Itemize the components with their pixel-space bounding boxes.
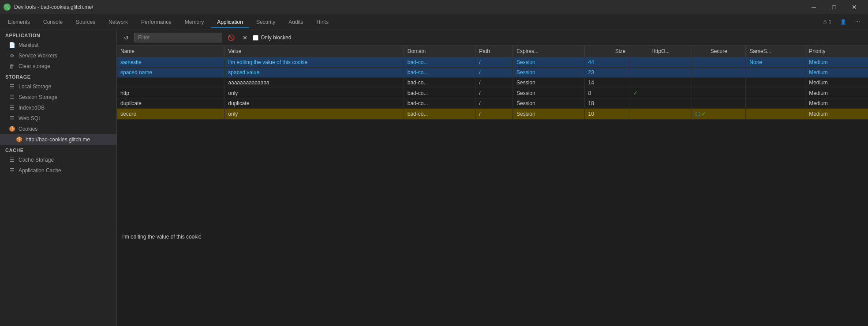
- session-storage-icon: ☰: [9, 94, 15, 100]
- tab-console[interactable]: Console: [37, 16, 69, 28]
- col-header-priority[interactable]: Priority: [805, 45, 868, 57]
- cell-secure: [692, 99, 746, 109]
- cell-secure: [692, 88, 746, 99]
- sidebar-item-cookies-label: Cookies: [19, 126, 37, 132]
- table-row[interactable]: aaaaaaaaaaaaaabad-co.../Session14Medium: [117, 78, 868, 88]
- sidebar-item-cookies[interactable]: 🍪 Cookies: [0, 124, 116, 134]
- maximize-button[interactable]: □: [824, 0, 844, 14]
- col-header-path[interactable]: Path: [475, 45, 513, 57]
- only-blocked-checkbox[interactable]: [253, 35, 258, 41]
- sidebar-item-web-sql[interactable]: ☰ Web SQL: [0, 113, 116, 124]
- sidebar: Application 📄 Manifest ⚙ Service Workers…: [0, 30, 117, 326]
- cell-samesite: None: [746, 57, 805, 68]
- titlebar-title: DevTools - bad-cookies.glitch.me/: [14, 4, 93, 10]
- toolbar: ↺ 🚫 ✕ Only blocked: [117, 30, 868, 45]
- only-blocked-checkbox-label[interactable]: Only blocked: [253, 34, 291, 41]
- more-options-icon[interactable]: ⋯: [853, 18, 863, 26]
- tab-application[interactable]: Application: [211, 16, 249, 28]
- col-header-httponly[interactable]: HttpO...: [629, 45, 692, 57]
- cell-value: spaced value: [224, 68, 404, 78]
- local-storage-icon: ☰: [9, 83, 15, 90]
- content-area: ↺ 🚫 ✕ Only blocked Name Value Domain Pat…: [117, 30, 868, 326]
- sidebar-item-application-cache[interactable]: ☰ Application Cache: [0, 165, 116, 176]
- col-header-expires[interactable]: Expires...: [513, 45, 585, 57]
- clear-button[interactable]: 🚫: [225, 33, 237, 42]
- table-row[interactable]: secureonlybad-co.../Session10ⓘ✓Medium: [117, 109, 868, 120]
- checkmark-icon: ✓: [701, 110, 706, 117]
- cookies-table-container: Name Value Domain Path Expires... Size H…: [117, 45, 868, 229]
- titlebar: 🔧 DevTools - bad-cookies.glitch.me/ ─ □ …: [0, 0, 868, 14]
- tab-memory[interactable]: Memory: [179, 16, 210, 28]
- col-header-samesite[interactable]: SameS...: [746, 45, 805, 57]
- cell-domain: bad-co...: [404, 99, 475, 109]
- cell-priority: Medium: [805, 78, 868, 88]
- filter-input[interactable]: [134, 33, 222, 42]
- sidebar-item-indexeddb-label: IndexedDB: [19, 105, 45, 111]
- close-button[interactable]: ✕: [844, 0, 864, 14]
- info-icon: ⓘ: [696, 111, 700, 117]
- minimize-button[interactable]: ─: [804, 0, 824, 14]
- profile-icon[interactable]: 👤: [838, 18, 849, 26]
- cell-expires: Session: [513, 109, 585, 120]
- tab-elements[interactable]: Elements: [2, 16, 36, 28]
- cell-domain: bad-co...: [404, 109, 475, 120]
- cell-domain: bad-co...: [404, 78, 475, 88]
- cell-path: /: [475, 99, 513, 109]
- cookies-icon: 🍪: [9, 126, 15, 132]
- table-row[interactable]: httponlybad-co.../Session8✓Medium: [117, 88, 868, 99]
- service-workers-icon: ⚙: [9, 53, 15, 59]
- cell-path: /: [475, 57, 513, 68]
- cell-size: 8: [584, 88, 629, 99]
- tab-network[interactable]: Network: [102, 16, 134, 28]
- refresh-button[interactable]: ↺: [121, 33, 131, 42]
- cell-secure: [692, 78, 746, 88]
- cell-name: http: [117, 88, 224, 99]
- sidebar-item-session-storage-label: Session Storage: [19, 94, 57, 100]
- tab-hints[interactable]: Hints: [311, 16, 335, 28]
- sidebar-item-indexeddb[interactable]: ☰ IndexedDB: [0, 102, 116, 113]
- table-row[interactable]: duplicateduplicatebad-co.../Session18Med…: [117, 99, 868, 109]
- alert-badge[interactable]: ⚠ 1: [820, 18, 834, 26]
- cell-samesite: [746, 109, 805, 120]
- col-header-name[interactable]: Name: [117, 45, 224, 57]
- cell-expires: Session: [513, 88, 585, 99]
- sidebar-item-manifest[interactable]: 📄 Manifest: [0, 40, 116, 50]
- delete-button[interactable]: ✕: [240, 33, 250, 42]
- cell-expires: Session: [513, 78, 585, 88]
- table-row[interactable]: samesiteI'm editing the value of this co…: [117, 57, 868, 68]
- sidebar-item-session-storage[interactable]: ☰ Session Storage: [0, 92, 116, 102]
- bottom-panel: I'm editing the value of this cookie: [117, 229, 868, 326]
- main-layout: Application 📄 Manifest ⚙ Service Workers…: [0, 30, 868, 326]
- tab-sources[interactable]: Sources: [70, 16, 101, 28]
- sidebar-item-cookie-url[interactable]: 🍪 http://bad-cookies.glitch.me: [0, 134, 116, 145]
- tabs-right: ⚠ 1 👤 ⋯: [820, 18, 866, 26]
- cell-expires: Session: [513, 68, 585, 78]
- cell-path: /: [475, 68, 513, 78]
- devtools-icon: 🔧: [4, 4, 11, 11]
- checkmark-icon: ✓: [633, 90, 638, 96]
- window-controls[interactable]: ─ □ ✕: [804, 0, 864, 14]
- cell-priority: Medium: [805, 57, 868, 68]
- cache-storage-icon: ☰: [9, 157, 15, 163]
- storage-section-label: Storage: [0, 72, 116, 81]
- cell-name: duplicate: [117, 99, 224, 109]
- sidebar-item-service-workers[interactable]: ⚙ Service Workers: [0, 50, 116, 61]
- tab-security[interactable]: Security: [250, 16, 281, 28]
- cell-domain: bad-co...: [404, 57, 475, 68]
- cell-httponly: [629, 99, 692, 109]
- sidebar-item-clear-storage[interactable]: 🗑 Clear storage: [0, 61, 116, 72]
- tab-performance[interactable]: Performance: [135, 16, 178, 28]
- cell-secure: [692, 68, 746, 78]
- col-header-secure[interactable]: Secure: [692, 45, 746, 57]
- cell-size: 44: [584, 57, 629, 68]
- cell-path: /: [475, 88, 513, 99]
- col-header-value[interactable]: Value: [224, 45, 404, 57]
- col-header-domain[interactable]: Domain: [404, 45, 475, 57]
- table-row[interactable]: spaced namespaced valuebad-co.../Session…: [117, 68, 868, 78]
- sidebar-item-local-storage[interactable]: ☰ Local Storage: [0, 81, 116, 92]
- tab-audits[interactable]: Audits: [282, 16, 309, 28]
- sidebar-item-cache-storage[interactable]: ☰ Cache Storage: [0, 155, 116, 165]
- cache-section-label: Cache: [0, 145, 116, 155]
- col-header-size[interactable]: Size: [584, 45, 629, 57]
- sidebar-item-web-sql-label: Web SQL: [19, 115, 41, 121]
